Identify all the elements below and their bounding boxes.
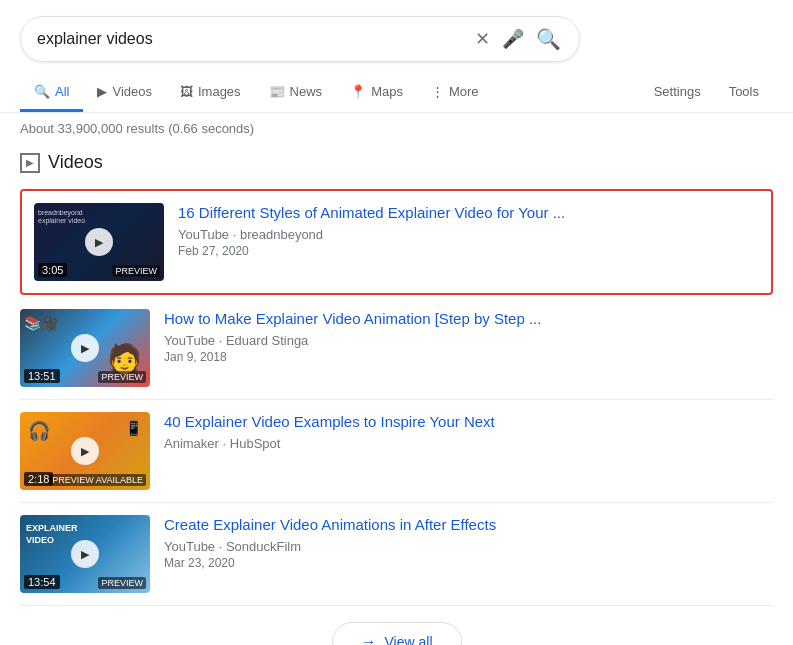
video-item-2[interactable]: 📚🎥 🧑 ▶ 13:51 PREVIEW How to Make Explain… xyxy=(20,297,773,400)
tab-videos[interactable]: ▶ Videos xyxy=(83,74,166,112)
tab-all[interactable]: 🔍 All xyxy=(20,74,83,112)
video-date-4: Mar 23, 2020 xyxy=(164,556,773,570)
tab-more[interactable]: ⋮ More xyxy=(417,74,493,112)
view-all-button[interactable]: → View all xyxy=(332,622,462,645)
header: ✕ 🎤 🔍 🔍 All ▶ Videos 🖼 Images 📰 News 📍 M… xyxy=(0,0,793,113)
preview-2: PREVIEW xyxy=(98,371,146,383)
duration-2: 13:51 xyxy=(24,369,60,383)
play-btn-2: ▶ xyxy=(71,334,99,362)
maps-icon: 📍 xyxy=(350,84,366,99)
news-icon: 📰 xyxy=(269,84,285,99)
tab-news-label: News xyxy=(290,84,323,99)
video-date-2: Jan 9, 2018 xyxy=(164,350,773,364)
preview-4: PREVIEW xyxy=(98,577,146,589)
video-info-4: Create Explainer Video Animations in Aft… xyxy=(164,515,773,570)
videos-section-header: ▶ Videos xyxy=(20,152,773,177)
play-btn-4: ▶ xyxy=(71,540,99,568)
video-info-1: 16 Different Styles of Animated Explaine… xyxy=(178,203,759,258)
tab-more-label: More xyxy=(449,84,479,99)
settings-label: Settings xyxy=(654,84,701,99)
video-item-4[interactable]: EXPLAINERVIDEO ▶ 13:54 PREVIEW Create Ex… xyxy=(20,503,773,606)
view-all-label: View all xyxy=(385,634,433,645)
preview-3: PREVIEW AVAILABLE xyxy=(49,474,146,486)
video-title-1[interactable]: 16 Different Styles of Animated Explaine… xyxy=(178,203,759,223)
tab-images[interactable]: 🖼 Images xyxy=(166,74,255,112)
thumbnail-1: breadnbeyondexplainer video ▶ 3:05 PREVI… xyxy=(34,203,164,281)
images-icon: 🖼 xyxy=(180,84,193,99)
tab-tools[interactable]: Tools xyxy=(715,74,773,112)
video-section-icon: ▶ xyxy=(20,153,40,173)
duration-1: 3:05 xyxy=(38,263,67,277)
video-date-1: Feb 27, 2020 xyxy=(178,244,759,258)
arrow-icon: → xyxy=(361,633,377,645)
thumb-explainer-text: EXPLAINERVIDEO xyxy=(26,523,78,546)
tab-maps[interactable]: 📍 Maps xyxy=(336,74,417,112)
tab-all-label: All xyxy=(55,84,69,99)
author-3: HubSpot xyxy=(230,436,281,451)
play-btn-1: ▶ xyxy=(85,228,113,256)
all-icon: 🔍 xyxy=(34,84,50,99)
view-all-row: → View all xyxy=(20,622,773,645)
more-icon: ⋮ xyxy=(431,84,444,99)
video-title-2[interactable]: How to Make Explainer Video Animation [S… xyxy=(164,309,773,329)
video-title-3[interactable]: 40 Explainer Video Examples to Inspire Y… xyxy=(164,412,773,432)
thumb-icon-3b: 📱 xyxy=(125,420,142,436)
tab-videos-label: Videos xyxy=(112,84,152,99)
author-1: breadnbeyond xyxy=(240,227,323,242)
main-content: ▶ Videos breadnbeyondexplainer video ▶ 3… xyxy=(0,144,793,645)
source-name-3: Animaker xyxy=(164,436,219,451)
video-item-3[interactable]: 🎧 📱 ▶ 2:18 PREVIEW AVAILABLE 40 Explaine… xyxy=(20,400,773,503)
search-input[interactable] xyxy=(37,30,465,48)
search-bar-row: ✕ 🎤 🔍 xyxy=(20,16,773,62)
search-tabs: 🔍 All ▶ Videos 🖼 Images 📰 News 📍 Maps ⋮ … xyxy=(20,74,773,112)
clear-button[interactable]: ✕ xyxy=(473,26,492,52)
tab-settings[interactable]: Settings xyxy=(640,74,715,112)
thumbnail-4: EXPLAINERVIDEO ▶ 13:54 PREVIEW xyxy=(20,515,150,593)
voice-search-button[interactable]: 🎤 xyxy=(500,26,526,52)
results-info: About 33,900,000 results (0.66 seconds) xyxy=(0,113,793,144)
thumbnail-3: 🎧 📱 ▶ 2:18 PREVIEW AVAILABLE xyxy=(20,412,150,490)
video-source-3: Animaker · HubSpot xyxy=(164,436,773,451)
tab-maps-label: Maps xyxy=(371,84,403,99)
source-name-2: YouTube xyxy=(164,333,215,348)
search-button[interactable]: 🔍 xyxy=(534,25,563,53)
video-source-2: YouTube · Eduard Stinga xyxy=(164,333,773,348)
thumb-text-1: breadnbeyondexplainer video xyxy=(38,209,85,226)
thumb-icon-3: 🎧 xyxy=(28,420,50,442)
video-info-2: How to Make Explainer Video Animation [S… xyxy=(164,309,773,364)
section-title: Videos xyxy=(48,152,103,173)
video-list: breadnbeyondexplainer video ▶ 3:05 PREVI… xyxy=(20,189,773,606)
video-info-3: 40 Explainer Video Examples to Inspire Y… xyxy=(164,412,773,453)
video-title-4[interactable]: Create Explainer Video Animations in Aft… xyxy=(164,515,773,535)
author-2: Eduard Stinga xyxy=(226,333,308,348)
duration-4: 13:54 xyxy=(24,575,60,589)
video-source-1: YouTube · breadnbeyond xyxy=(178,227,759,242)
thumbnail-2: 📚🎥 🧑 ▶ 13:51 PREVIEW xyxy=(20,309,150,387)
video-source-4: YouTube · SonduckFilm xyxy=(164,539,773,554)
search-box: ✕ 🎤 🔍 xyxy=(20,16,580,62)
tab-images-label: Images xyxy=(198,84,241,99)
results-count: About 33,900,000 results (0.66 seconds) xyxy=(20,121,254,136)
videos-icon: ▶ xyxy=(97,84,107,99)
source-name-4: YouTube xyxy=(164,539,215,554)
play-btn-3: ▶ xyxy=(71,437,99,465)
preview-1: PREVIEW xyxy=(112,265,160,277)
thumb-icons-2: 📚🎥 xyxy=(24,315,58,331)
author-4: SonduckFilm xyxy=(226,539,301,554)
source-name-1: YouTube xyxy=(178,227,229,242)
tab-news[interactable]: 📰 News xyxy=(255,74,337,112)
video-item-1[interactable]: breadnbeyondexplainer video ▶ 3:05 PREVI… xyxy=(20,189,773,295)
tools-label: Tools xyxy=(729,84,759,99)
